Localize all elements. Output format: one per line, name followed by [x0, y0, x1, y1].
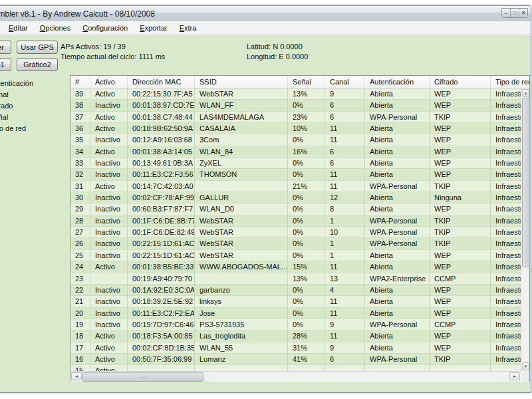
scroll-down-button[interactable]: ▼ — [522, 362, 529, 370]
cell-ssid: 3Com — [195, 134, 288, 146]
vertical-scrollbar[interactable]: ▲ ▼ — [521, 88, 529, 371]
table-row[interactable]: 30Inactivo00:02:CF:78:AF:99GALLUR0%12Abi… — [70, 192, 521, 203]
tree-item[interactable]: +Señal — [0, 112, 69, 123]
cell-auth: Abierta — [365, 331, 430, 342]
column-header-tipo[interactable]: Tipo de red — [491, 76, 529, 88]
cell-activo: Inactivo — [90, 296, 128, 307]
cell-cifrado: WEP — [430, 342, 491, 354]
cell-num: 33 — [70, 158, 90, 169]
scroll-right-icon: ► — [513, 374, 517, 378]
table-row[interactable]: 24Activo00:01:38:B5:BE:33WWW.ABOGADOS-MA… — [70, 261, 521, 273]
cell-mac: 00:19:A9:40:79:70 — [128, 273, 195, 285]
cell-num: 39 — [70, 88, 90, 100]
table-row[interactable]: 36Activo00:18:9B:62:50:9ACASALAIA10%11Ab… — [70, 123, 521, 134]
minimize-icon: – — [505, 10, 507, 16]
tree-item[interactable]: +Autenticación — [0, 78, 69, 89]
scroll-right-button[interactable]: ► — [509, 372, 520, 380]
horizontal-scrollbar[interactable]: ◄ ⋯ ► — [70, 371, 521, 382]
table-row[interactable]: 39Activo00:22:15:30:7F:A5WebSTAR13%9Abie… — [70, 88, 521, 100]
cell-canal: 6 — [325, 112, 365, 123]
table-row[interactable]: 27Inactivo00:1F:C6:DE:82:49WebSTAR0%10WP… — [70, 227, 521, 238]
cell-cifrado: WEP — [430, 296, 491, 307]
table-row[interactable]: 37Activo00:01:38:C7:48:44LAS4MDEMALAGA23… — [70, 112, 521, 123]
cell-senal: 0% — [288, 169, 325, 180]
table-row[interactable]: 26Inactivo00:22:15:1D:61:ACWebSTAR0%1WPA… — [70, 238, 521, 249]
cell-tipo: Infraestructura — [491, 308, 521, 319]
cell-num: 29 — [70, 203, 90, 215]
vertical-scroll-thumb[interactable] — [522, 98, 530, 267]
titlebar[interactable]: Vistumbler v8.1 - By Andrew Calcutt - 08… — [0, 6, 531, 22]
scroll-up-button[interactable]: ▲ — [522, 89, 529, 97]
cell-activo: Activo — [90, 354, 128, 365]
cell-cifrado: TKIP — [430, 354, 491, 365]
menu-item[interactable]: Exportar — [134, 21, 174, 35]
table-row[interactable]: 33Inactivo00:13:49:61:0B:3AZyXEL0%6Abier… — [70, 158, 521, 169]
cell-mac: 00:1F:C6:DE:82:49 — [128, 227, 195, 238]
menu-item[interactable]: Opciones — [34, 21, 76, 35]
tree-item[interactable]: +Tipo de red — [0, 123, 69, 134]
cell-ssid: WLAN_D0 — [195, 203, 288, 215]
cell-ssid: THOMSON — [195, 169, 288, 180]
cell-tipo: Infraestructura — [491, 319, 521, 331]
menu-item[interactable]: Extra — [174, 21, 203, 35]
cell-ssid: WebSTAR — [195, 227, 288, 238]
table-row[interactable]: 35Inactivo00:12:A9:16:03:683Com0%11Abier… — [70, 134, 521, 146]
horizontal-scroll-thumb[interactable]: ⋯ — [82, 372, 203, 382]
table-row[interactable]: 18Activo00:18:F3:5A:00:85Las_troglodita2… — [70, 331, 521, 342]
maximize-button[interactable]: □ — [511, 9, 519, 17]
cell-canal: 11 — [325, 169, 365, 180]
cell-mac: 00:01:38:B5:BE:33 — [128, 261, 195, 273]
scroll-gripper-icon: ⋯ — [140, 374, 146, 380]
cell-cifrado: TKIP — [430, 112, 491, 123]
menu-item[interactable]: Editar — [3, 21, 34, 35]
column-header-auth[interactable]: Autenticación — [365, 76, 430, 88]
close-button[interactable]: ✕ — [519, 9, 527, 17]
cell-activo: Inactivo — [90, 134, 128, 146]
stop-button[interactable]: Detener — [0, 41, 11, 54]
cell-cifrado: TKIP — [430, 215, 491, 227]
graph1-button[interactable]: Gráfico1 — [0, 58, 11, 71]
cell-activo — [90, 273, 128, 285]
column-header-canal[interactable]: Canal — [325, 76, 365, 88]
table-row[interactable]: 20Inactivo00:11:E3:C2:F2:EAJose0%11Abier… — [70, 308, 521, 319]
table-row[interactable]: 2300:19:A9:40:79:7013%13WPA2-EnterpriseC… — [70, 273, 521, 285]
cell-mac: 00:18:F3:5A:00:85 — [128, 331, 195, 342]
tree-item[interactable]: +Cifrado — [0, 100, 69, 112]
table-row[interactable]: 19Inactivo00:19:7D:97:C6:46PS3-57319350%… — [70, 319, 521, 331]
table-row[interactable]: 34Activo00:01:38:A3:14:05WLAN_8416%6Abie… — [70, 146, 521, 158]
table-row[interactable]: 31Activo00:14:7C:42:03:A021%11WPA-Person… — [70, 181, 521, 192]
table-row[interactable]: 22Inactivo00:1A:92:E0:3C:0Agarbanzo0%4Ab… — [70, 285, 521, 296]
column-header-senal[interactable]: Señal — [288, 76, 325, 88]
cell-ssid: WebSTAR — [195, 250, 288, 261]
table-row[interactable]: 16Activo00:50:7F:35:06:99Lumanz41%6WPA-P… — [70, 354, 521, 365]
cell-auth: WPA-Personal — [365, 319, 430, 331]
table-row[interactable]: 25Inactivo00:22:15:1D:61:ACWebSTAR0%1Abi… — [70, 250, 521, 261]
table-row[interactable]: 28Inactivo00:1F:C6:DE:8B:77WebSTAR0%1WPA… — [70, 215, 521, 227]
tree-item[interactable]: +Canal — [0, 89, 69, 100]
column-header-ssid[interactable]: SSID — [195, 76, 288, 88]
longitude-label: Longitud: E 0.0000 — [247, 53, 308, 61]
table-row[interactable]: 15Activo — [70, 365, 521, 371]
cell-tipo — [491, 365, 521, 371]
cell-mac: 00:01:38:97:CD:7E — [128, 100, 195, 111]
table-row[interactable]: 17Activo00:02:CF:8D:1B:35WLAN_5531%9Abie… — [70, 342, 521, 354]
cell-ssid — [195, 273, 288, 285]
column-header-num[interactable]: # — [70, 76, 90, 88]
cell-tipo: Infraestructura — [491, 331, 521, 342]
column-header-activo[interactable]: Activo — [90, 76, 128, 88]
minimize-button[interactable]: – — [502, 9, 511, 17]
table-row[interactable]: 29Inactivo00:60:B3:F7:87:F7WLAN_D00%8Abi… — [70, 203, 521, 215]
table-row[interactable]: 21Inactivo00:18:39:2E:5E:92linksys0%11Ab… — [70, 296, 521, 307]
graph2-button[interactable]: Gráfico2 — [17, 58, 58, 71]
table-row[interactable]: 38Inactivo00:01:38:97:CD:7EWLAN_FF0%6Abi… — [70, 100, 521, 111]
cell-num: 30 — [70, 192, 90, 203]
column-header-cifrado[interactable]: Cifrado — [430, 76, 491, 88]
column-header-mac[interactable]: Dirección MAC — [128, 76, 195, 88]
cell-ssid: WebSTAR — [195, 88, 288, 100]
scroll-left-button[interactable]: ◄ — [71, 372, 82, 380]
menu-item[interactable]: Configuración — [76, 21, 134, 35]
use-gps-button[interactable]: Usar GPS — [17, 41, 58, 54]
cell-auth: WPA-Personal — [365, 238, 430, 249]
filter-tree: +Autenticación+Canal+Cifrado+Señal+Tipo … — [0, 75, 69, 379]
table-row[interactable]: 32Inactivo00:11:E3:C2:F3:56THOMSON0%11Ab… — [70, 169, 521, 180]
